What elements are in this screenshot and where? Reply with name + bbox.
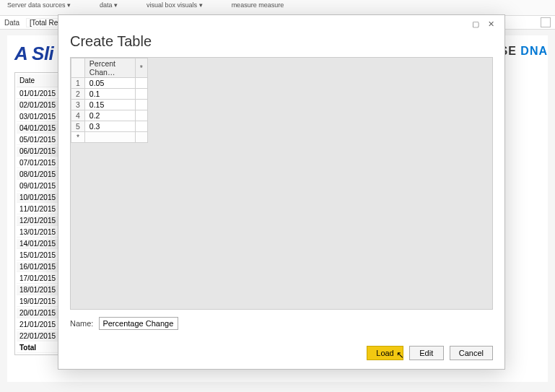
date-cell: 02/01/2015 bbox=[17, 100, 61, 110]
date-row[interactable]: 05/01/2015 bbox=[17, 135, 61, 145]
date-cell: 13/01/2015 bbox=[17, 227, 61, 238]
ribbon-item[interactable]: measure measure bbox=[232, 1, 284, 9]
row-number: 1 bbox=[71, 78, 85, 89]
date-row[interactable]: 18/01/2015 bbox=[17, 285, 61, 295]
date-cell: 22/01/2015 bbox=[17, 331, 61, 341]
date-cell: 15/01/2015 bbox=[17, 251, 61, 261]
dialog-title: Create Table bbox=[58, 30, 504, 57]
corner-cell bbox=[71, 58, 85, 78]
ribbon: Server data sources ▾ data ▾ visual box … bbox=[0, 0, 555, 16]
date-row[interactable]: 12/01/2015 bbox=[17, 216, 61, 226]
panel-toggle-icon[interactable] bbox=[541, 17, 551, 27]
date-total-label: Total bbox=[17, 343, 61, 353]
add-column-icon[interactable]: * bbox=[135, 58, 147, 78]
add-row[interactable]: * bbox=[71, 132, 148, 143]
extra-cell[interactable] bbox=[135, 121, 147, 132]
date-row[interactable]: 19/01/2015 bbox=[17, 297, 61, 307]
date-row[interactable]: 21/01/2015 bbox=[17, 320, 61, 330]
empty-cell[interactable] bbox=[135, 132, 147, 143]
date-row[interactable]: 16/01/2015 bbox=[17, 262, 61, 272]
cell-value[interactable]: 0.15 bbox=[84, 100, 135, 110]
date-cell: 20/01/2015 bbox=[17, 308, 61, 318]
date-cell: 06/01/2015 bbox=[17, 147, 61, 157]
cancel-button[interactable]: Cancel bbox=[450, 346, 493, 360]
date-cell: 07/01/2015 bbox=[17, 158, 61, 168]
ribbon-item[interactable]: visual box visuals ▾ bbox=[147, 1, 203, 9]
date-visual[interactable]: Date 01/01/201502/01/201503/01/201504/01… bbox=[14, 72, 64, 355]
ribbon-item[interactable]: data ▾ bbox=[100, 1, 118, 9]
date-row[interactable]: 15/01/2015 bbox=[17, 251, 61, 261]
date-row[interactable]: 13/01/2015 bbox=[17, 227, 61, 238]
row-number: 3 bbox=[71, 100, 85, 110]
empty-cell[interactable] bbox=[84, 132, 135, 143]
preview-table[interactable]: Percent Chan… * 10.0520.130.1540.250.3* bbox=[71, 58, 148, 143]
extra-cell[interactable] bbox=[135, 100, 147, 110]
date-cell: 05/01/2015 bbox=[17, 135, 61, 145]
extra-cell[interactable] bbox=[135, 89, 147, 100]
table-row[interactable]: 40.2 bbox=[71, 110, 148, 121]
date-row[interactable]: 22/01/2015 bbox=[17, 331, 61, 341]
date-cell: 09/01/2015 bbox=[17, 181, 61, 191]
date-cell: 11/01/2015 bbox=[17, 204, 61, 214]
name-input[interactable] bbox=[99, 317, 178, 330]
date-cell: 17/01/2015 bbox=[17, 274, 61, 284]
date-cell: 03/01/2015 bbox=[17, 112, 61, 122]
maximize-icon[interactable]: ▢ bbox=[468, 18, 484, 30]
date-cell: 16/01/2015 bbox=[17, 262, 61, 272]
cell-value[interactable]: 0.1 bbox=[84, 89, 135, 100]
date-row[interactable]: 14/01/2015 bbox=[17, 239, 61, 249]
ribbon-item[interactable]: Server data sources ▾ bbox=[7, 1, 71, 9]
cell-value[interactable]: 0.3 bbox=[84, 121, 135, 132]
date-row[interactable]: 08/01/2015 bbox=[17, 170, 61, 180]
edit-button[interactable]: Edit bbox=[409, 346, 444, 360]
date-row[interactable]: 11/01/2015 bbox=[17, 204, 61, 214]
date-total-row: Total bbox=[17, 343, 61, 353]
load-button[interactable]: Load bbox=[367, 346, 403, 360]
date-cell: 04/01/2015 bbox=[17, 123, 61, 134]
cell-value[interactable]: 0.2 bbox=[84, 110, 135, 121]
date-cell: 08/01/2015 bbox=[17, 170, 61, 180]
table-row[interactable]: 10.05 bbox=[71, 78, 148, 89]
date-cell: 18/01/2015 bbox=[17, 285, 61, 295]
date-row[interactable]: 04/01/2015 bbox=[17, 123, 61, 134]
column-header[interactable]: Percent Chan… bbox=[84, 58, 135, 78]
brand-dna: DNA bbox=[520, 45, 548, 57]
add-row-icon[interactable]: * bbox=[71, 132, 85, 143]
date-row[interactable]: 06/01/2015 bbox=[17, 147, 61, 157]
cell-value[interactable]: 0.05 bbox=[84, 78, 135, 89]
row-number: 5 bbox=[71, 121, 85, 132]
row-number: 2 bbox=[71, 89, 85, 100]
date-cell: 21/01/2015 bbox=[17, 320, 61, 330]
date-row[interactable]: 02/01/2015 bbox=[17, 100, 61, 110]
row-number: 4 bbox=[71, 110, 85, 121]
formula-left: Data bbox=[4, 19, 19, 27]
date-header[interactable]: Date bbox=[17, 74, 61, 87]
date-cell: 12/01/2015 bbox=[17, 216, 61, 226]
create-table-dialog: ▢ ✕ Create Table Percent Chan… * 10.0520… bbox=[58, 14, 505, 370]
date-cell: 10/01/2015 bbox=[17, 193, 61, 203]
table-row[interactable]: 30.15 bbox=[71, 100, 148, 110]
extra-cell[interactable] bbox=[135, 110, 147, 121]
date-row[interactable]: 03/01/2015 bbox=[17, 112, 61, 122]
date-row[interactable]: 20/01/2015 bbox=[17, 308, 61, 318]
date-cell: 14/01/2015 bbox=[17, 239, 61, 249]
close-icon[interactable]: ✕ bbox=[484, 18, 499, 30]
table-row[interactable]: 20.1 bbox=[71, 89, 148, 100]
date-row[interactable]: 07/01/2015 bbox=[17, 158, 61, 168]
extra-cell[interactable] bbox=[135, 78, 147, 89]
date-row[interactable]: 17/01/2015 bbox=[17, 274, 61, 284]
table-row[interactable]: 50.3 bbox=[71, 121, 148, 132]
name-label: Name: bbox=[70, 319, 93, 328]
preview-grid-area: Percent Chan… * 10.0520.130.1540.250.3* bbox=[70, 57, 493, 310]
date-cell: 19/01/2015 bbox=[17, 297, 61, 307]
date-row[interactable]: 10/01/2015 bbox=[17, 193, 61, 203]
date-cell: 01/01/2015 bbox=[17, 89, 61, 99]
date-row[interactable]: 01/01/2015 bbox=[17, 89, 61, 99]
date-row[interactable]: 09/01/2015 bbox=[17, 181, 61, 191]
